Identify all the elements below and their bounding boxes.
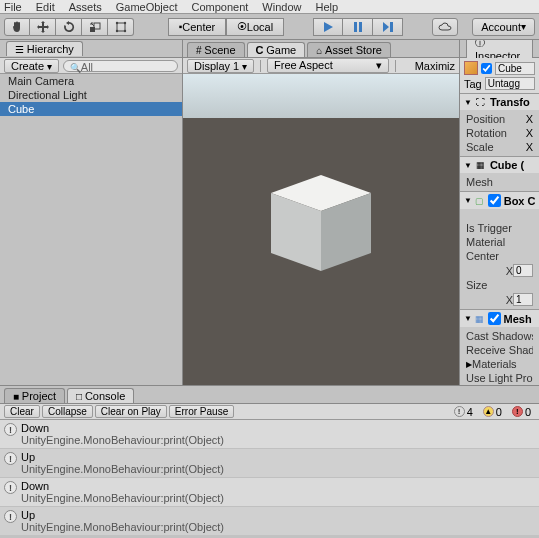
- menu-component[interactable]: Component: [191, 1, 248, 13]
- menu-bar: File Edit Assets GameObject Component Wi…: [0, 0, 539, 14]
- log-info-icon: !: [4, 481, 17, 494]
- console-error-pause-button[interactable]: Error Pause: [169, 405, 234, 418]
- log-info-icon: !: [4, 510, 17, 523]
- pause-button[interactable]: [343, 18, 373, 36]
- light-probe-label: Use Light Prob: [466, 372, 533, 384]
- menu-help[interactable]: Help: [315, 1, 338, 13]
- scale-label: Scale: [466, 141, 522, 153]
- hierarchy-panel: ☰ Hierarchy Create ▾ 🔍All Main Camera Di…: [0, 40, 183, 385]
- error-icon: !: [512, 406, 523, 417]
- move-tool-button[interactable]: [30, 18, 56, 36]
- console-log-entry[interactable]: ! UpUnityEngine.MonoBehaviour:print(Obje…: [0, 507, 539, 535]
- hierarchy-search-input[interactable]: 🔍All: [63, 60, 178, 72]
- info-count-badge[interactable]: !4: [450, 406, 477, 418]
- tab-scene[interactable]: # Scene: [187, 42, 245, 57]
- hierarchy-item-directional-light[interactable]: Directional Light: [0, 88, 182, 102]
- maximize-toggle[interactable]: Maximiz: [415, 60, 455, 72]
- display-dropdown[interactable]: Display 1 ▾: [187, 59, 254, 73]
- menu-assets[interactable]: Assets: [69, 1, 102, 13]
- hand-tool-button[interactable]: [4, 18, 30, 36]
- cloud-button[interactable]: [432, 18, 458, 36]
- warning-icon: ▲: [483, 406, 494, 417]
- transform-icon: ⛶: [475, 96, 487, 108]
- tab-console[interactable]: □ Console: [67, 388, 134, 403]
- rotation-label: Rotation: [466, 127, 522, 139]
- mesh-renderer-icon: ▦: [475, 313, 485, 325]
- pivot-local-button[interactable]: ⦿ Local: [226, 18, 284, 36]
- inspector-panel: ⓘ Inspector Cube Tag Untagg ▼⛶Transfo Po…: [459, 40, 539, 385]
- tab-game[interactable]: C Game: [247, 42, 306, 57]
- mesh-label: Mesh: [466, 176, 533, 188]
- mesh-filter-title[interactable]: Cube (: [490, 159, 524, 171]
- box-collider-icon: ▢: [475, 195, 485, 207]
- game-viewport[interactable]: [183, 74, 459, 385]
- mesh-filter-icon: ▦: [475, 159, 487, 171]
- console-log-entry[interactable]: ! DownUnityEngine.MonoBehaviour:print(Ob…: [0, 420, 539, 449]
- center-x-field[interactable]: [513, 264, 533, 277]
- rect-tool-button[interactable]: [108, 18, 134, 36]
- cast-shadows-label: Cast Shadows: [466, 330, 533, 342]
- play-button[interactable]: [313, 18, 343, 36]
- pivot-center-button[interactable]: ▪ Center: [168, 18, 226, 36]
- box-collider-title[interactable]: Box Co: [504, 195, 535, 207]
- aspect-dropdown[interactable]: Free Aspect ▾: [267, 58, 388, 73]
- receive-shadows-label: Receive Shad: [466, 344, 533, 356]
- hierarchy-list: Main Camera Directional Light Cube: [0, 74, 182, 385]
- materials-label[interactable]: Materials: [472, 358, 533, 370]
- menu-file[interactable]: File: [4, 1, 22, 13]
- scale-tool-button[interactable]: [82, 18, 108, 36]
- size-x-field[interactable]: [513, 293, 533, 306]
- console-log-entry[interactable]: ! UpUnityEngine.MonoBehaviour:print(Obje…: [0, 449, 539, 478]
- box-collider-enabled-checkbox[interactable]: [488, 194, 501, 207]
- step-button[interactable]: [373, 18, 403, 36]
- collider-material-label: Material: [466, 236, 533, 248]
- transform-component-title[interactable]: Transfo: [490, 96, 530, 108]
- console-clear-button[interactable]: Clear: [4, 405, 40, 418]
- tag-label: Tag: [464, 78, 482, 90]
- position-label: Position: [466, 113, 522, 125]
- cube-object: [266, 175, 376, 275]
- gameobject-icon: [464, 61, 478, 75]
- gameobject-name-field[interactable]: Cube: [495, 62, 535, 75]
- console-clear-on-play-button[interactable]: Clear on Play: [95, 405, 167, 418]
- svg-point-5: [115, 29, 117, 31]
- log-info-icon: !: [4, 452, 17, 465]
- error-count-badge[interactable]: !0: [508, 406, 535, 418]
- svg-rect-9: [390, 22, 393, 32]
- rotate-tool-button[interactable]: [56, 18, 82, 36]
- svg-rect-8: [359, 22, 362, 32]
- svg-rect-2: [117, 23, 125, 31]
- info-icon: !: [454, 406, 465, 417]
- is-trigger-label: Is Trigger: [466, 222, 533, 234]
- console-log-entry[interactable]: ! DownUnityEngine.MonoBehaviour:print(Ob…: [0, 478, 539, 507]
- account-button[interactable]: Account ▾: [472, 18, 535, 36]
- svg-point-6: [123, 29, 125, 31]
- hierarchy-item-main-camera[interactable]: Main Camera: [0, 74, 182, 88]
- collider-size-label: Size: [466, 279, 533, 291]
- menu-gameobject[interactable]: GameObject: [116, 1, 178, 13]
- collider-center-label: Center: [466, 250, 533, 262]
- console-log-list: ! DownUnityEngine.MonoBehaviour:print(Ob…: [0, 420, 539, 535]
- mesh-renderer-title[interactable]: Mesh R: [504, 313, 535, 325]
- hierarchy-create-button[interactable]: Create ▾: [4, 59, 59, 73]
- tab-project[interactable]: ■ Project: [4, 388, 65, 403]
- svg-point-3: [115, 21, 117, 23]
- menu-edit[interactable]: Edit: [36, 1, 55, 13]
- hierarchy-item-cube[interactable]: Cube: [0, 102, 182, 116]
- toolbar: ▪ Center ⦿ Local Account ▾: [0, 14, 539, 40]
- warn-count-badge[interactable]: ▲0: [479, 406, 506, 418]
- menu-window[interactable]: Window: [262, 1, 301, 13]
- gameobject-active-checkbox[interactable]: [481, 63, 492, 74]
- svg-rect-7: [354, 22, 357, 32]
- hierarchy-tab[interactable]: ☰ Hierarchy: [6, 41, 83, 56]
- log-info-icon: !: [4, 423, 17, 436]
- console-collapse-button[interactable]: Collapse: [42, 405, 93, 418]
- svg-point-4: [123, 21, 125, 23]
- mesh-renderer-enabled-checkbox[interactable]: [488, 312, 501, 325]
- tag-dropdown[interactable]: Untagg: [485, 77, 535, 90]
- tab-asset-store[interactable]: ⌂ Asset Store: [307, 42, 391, 57]
